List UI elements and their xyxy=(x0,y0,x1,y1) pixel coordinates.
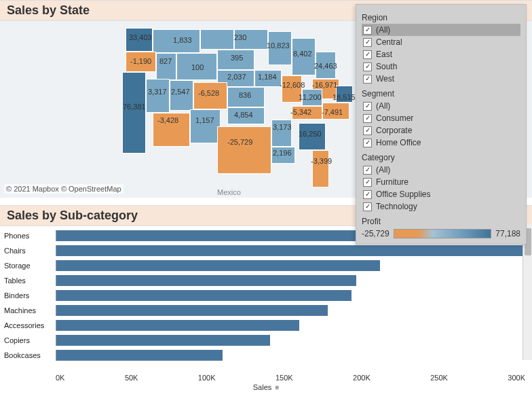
bar-label: Tables xyxy=(0,276,56,285)
checkbox-icon[interactable]: ✓ xyxy=(363,190,372,199)
filter-item-label: Home Office xyxy=(376,138,421,147)
axis-tick: 300K xyxy=(508,374,525,382)
profit-max: 77,188 xyxy=(495,229,520,238)
filter-item-label: East xyxy=(376,50,392,59)
state-value: -16,971 xyxy=(312,81,337,89)
filter-item-category[interactable]: ✓Furniture xyxy=(362,176,520,188)
filter-item-category[interactable]: ✓(All) xyxy=(362,164,520,176)
checkbox-icon[interactable]: ✓ xyxy=(363,166,372,175)
bar-row[interactable]: Binders xyxy=(0,289,532,302)
bar-label: Machines xyxy=(0,306,56,315)
bar-label: Bookcases xyxy=(0,351,56,359)
filter-heading-profit: Profit xyxy=(362,217,520,226)
filter-item-label: Office Supplies xyxy=(376,190,431,199)
state-value: 3,173 xyxy=(273,123,292,131)
filter-heading-category: Category xyxy=(362,153,520,162)
bar-row[interactable]: Copiers xyxy=(0,334,532,347)
filter-item-segment[interactable]: ✓Consumer xyxy=(362,112,520,124)
state-value: 100 xyxy=(191,63,204,71)
map-title: Sales by State xyxy=(7,3,90,17)
state-value: 836 xyxy=(239,91,251,99)
filter-item-region[interactable]: ✓(All) xyxy=(362,24,520,36)
bar-row[interactable]: Bookcases xyxy=(0,348,532,362)
bar-label: Binders xyxy=(0,291,56,300)
filter-item-label: Consumer xyxy=(376,113,413,123)
bar-track xyxy=(56,320,532,331)
axis-tick: 200K xyxy=(353,374,370,382)
filter-item-segment[interactable]: ✓Corporate xyxy=(362,124,520,137)
bar-fill xyxy=(56,245,527,256)
state-value: 16,250 xyxy=(299,130,322,138)
bar-row[interactable]: Machines xyxy=(0,304,532,317)
axis-tick: 100K xyxy=(198,374,216,382)
state-value: 1,833 xyxy=(173,36,192,44)
state-value: 11,200 xyxy=(299,93,322,101)
state-value: 4,854 xyxy=(234,111,253,119)
bar-track xyxy=(56,305,532,316)
filter-item-label: South xyxy=(376,62,397,71)
bar-label: Copiers xyxy=(0,336,56,344)
x-axis: 0K50K100K150K200K250K300K xyxy=(0,374,532,382)
bar-row[interactable]: Chairs xyxy=(0,244,532,257)
checkbox-icon[interactable]: ✓ xyxy=(363,38,372,47)
x-axis-title: Sales ≡ xyxy=(0,383,532,391)
filter-item-segment[interactable]: ✓Home Office xyxy=(362,137,520,149)
state-value: 2,547 xyxy=(171,88,190,96)
state-value: -6,528 xyxy=(198,89,219,97)
bar-fill xyxy=(56,275,356,286)
state-value: 8,402 xyxy=(293,50,312,58)
bar-track xyxy=(56,335,532,346)
axis-tick: 150K xyxy=(276,374,293,382)
filter-item-category[interactable]: ✓Office Supplies xyxy=(362,188,520,200)
filter-item-region[interactable]: ✓West xyxy=(362,73,520,85)
state-value: 827 xyxy=(159,57,172,65)
state-value: 24,463 xyxy=(314,62,337,70)
checkbox-icon[interactable]: ✓ xyxy=(363,62,372,71)
bar-label: Storage xyxy=(0,262,56,270)
state-value: 2,037 xyxy=(227,73,246,81)
bar-row[interactable]: Storage xyxy=(0,259,532,272)
bar-track xyxy=(56,275,532,286)
filter-item-region[interactable]: ✓Central xyxy=(362,36,520,48)
filter-item-region[interactable]: ✓East xyxy=(362,48,520,60)
state-value: -3,428 xyxy=(157,116,178,124)
checkbox-icon[interactable]: ✓ xyxy=(363,50,372,59)
state-value: 2,196 xyxy=(273,149,292,157)
bar-row[interactable]: Accessories xyxy=(0,319,532,332)
scrollbar[interactable] xyxy=(522,224,532,360)
checkbox-icon[interactable]: ✓ xyxy=(363,75,372,84)
state-value: 3,317 xyxy=(148,88,167,96)
checkbox-icon[interactable]: ✓ xyxy=(363,26,372,35)
state-value: -12,608 xyxy=(280,81,305,89)
state-value: -7,491 xyxy=(322,108,343,116)
bar-fill xyxy=(56,260,380,271)
checkbox-icon[interactable]: ✓ xyxy=(363,202,372,211)
filter-item-region[interactable]: ✓South xyxy=(362,60,520,73)
axis-tick: 0K xyxy=(56,374,64,382)
checkbox-icon[interactable]: ✓ xyxy=(363,178,372,187)
state-value: 18,515 xyxy=(332,93,356,101)
filter-item-label: Corporate xyxy=(376,126,412,135)
map-label-mexico: Mexico xyxy=(217,188,241,196)
state-value: 395 xyxy=(231,54,243,62)
filter-item-label: West xyxy=(376,74,394,84)
axis-tick: 250K xyxy=(430,374,448,382)
bar-fill xyxy=(56,335,270,346)
state-value: -5,342 xyxy=(290,108,311,116)
state-value: 1,184 xyxy=(258,73,277,81)
checkbox-icon[interactable]: ✓ xyxy=(363,114,372,123)
checkbox-icon[interactable]: ✓ xyxy=(363,126,372,135)
filter-item-label: (All) xyxy=(376,165,390,175)
filter-item-category[interactable]: ✓Technology xyxy=(362,200,520,213)
map-credit: © 2021 Mapbox © OpenStreetMap xyxy=(4,184,124,194)
sort-icon[interactable]: ≡ xyxy=(275,384,279,391)
state-value: -1,190 xyxy=(130,57,151,65)
profit-legend-bar[interactable] xyxy=(394,229,492,238)
filter-item-segment[interactable]: ✓(All) xyxy=(362,100,520,112)
bar-row[interactable]: Tables xyxy=(0,274,532,287)
bar-fill xyxy=(56,305,328,316)
bar-track xyxy=(56,350,532,361)
profit-legend: -25,729 77,188 xyxy=(362,229,520,238)
checkbox-icon[interactable]: ✓ xyxy=(363,139,372,147)
checkbox-icon[interactable]: ✓ xyxy=(363,102,372,111)
